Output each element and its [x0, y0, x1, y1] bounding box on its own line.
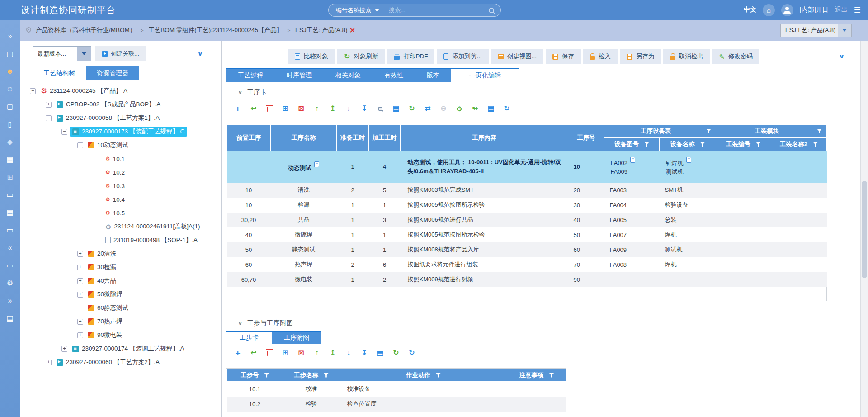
- apps-icon[interactable]: ⊞: [5, 174, 14, 181]
- col-header[interactable]: 设备名称: [660, 138, 716, 151]
- detail-card-icon[interactable]: [314, 161, 319, 167]
- table-row[interactable]: 10清洗 25 按照KM003规范完成SMT20 FA003SMT机: [227, 183, 827, 198]
- panel-collapse-chevron[interactable]: ∨: [198, 50, 203, 57]
- tab-process[interactable]: 工艺过程: [226, 69, 275, 82]
- team-icon[interactable]: ☻: [5, 68, 14, 75]
- col-header[interactable]: 工序名称: [271, 125, 337, 151]
- tree-item[interactable]: 90微电装: [20, 328, 221, 342]
- expand-toggle[interactable]: [46, 102, 52, 108]
- move-up-icon[interactable]: ↑: [312, 104, 321, 113]
- print-pdf-button[interactable]: 打印PDF: [387, 49, 434, 64]
- col-header[interactable]: 工装编号: [716, 138, 771, 151]
- table-row[interactable]: 40微隙焊 11 按照KM005规范按图所示检验50 FA007焊机: [227, 227, 827, 242]
- col-header[interactable]: 作业动作: [340, 369, 507, 382]
- col-header[interactable]: 加工工时: [369, 125, 401, 151]
- tree-item[interactable]: ⚙231124-00002461911[盖板]A(1): [20, 220, 221, 233]
- tab-validity[interactable]: 有效性: [373, 69, 415, 82]
- filter-icon[interactable]: [813, 142, 818, 147]
- box-icon[interactable]: ▢: [5, 103, 14, 110]
- table-row[interactable]: 60,70微电装 12 按照KM009规范进行射频90: [227, 272, 827, 287]
- tree-item[interactable]: 30检漏: [20, 261, 221, 274]
- tree-item[interactable]: 230927-0000058 【工艺方案1】.A: [20, 111, 221, 125]
- delete-icon[interactable]: [265, 104, 274, 113]
- preview-icon[interactable]: [376, 104, 385, 113]
- tab-process-figure[interactable]: 工序附图: [272, 332, 321, 344]
- tab-timing[interactable]: 时序管理: [275, 69, 324, 82]
- tab-one-page-edit[interactable]: 一页化编辑: [451, 69, 519, 82]
- filter-icon[interactable]: [756, 142, 761, 147]
- col-header[interactable]: 工步号: [227, 369, 283, 382]
- move-last-icon[interactable]: ↧: [360, 348, 369, 357]
- dropdown-arrow-button[interactable]: [77, 47, 91, 61]
- tree-item[interactable]: ⚙231124-0000245 【产品】 A: [20, 84, 221, 98]
- move-first-icon[interactable]: ↥: [328, 348, 337, 357]
- filter-icon[interactable]: [644, 142, 649, 147]
- more-icon[interactable]: »: [5, 297, 14, 304]
- move-down-icon[interactable]: ↓: [344, 348, 353, 357]
- move-up-icon[interactable]: ↑: [312, 348, 321, 357]
- refresh-icon[interactable]: ↻: [392, 348, 401, 357]
- tree-item[interactable]: CPBOP-002 【S成品产品BOP】.A: [20, 98, 221, 111]
- insert-card-icon[interactable]: ⊞: [281, 104, 290, 113]
- collapse-toggle[interactable]: [30, 88, 36, 94]
- tree-item[interactable]: 10动态测试: [20, 138, 221, 152]
- expand-toggle[interactable]: [61, 346, 67, 352]
- search-input[interactable]: [385, 4, 489, 16]
- save-button[interactable]: 保存: [546, 49, 581, 64]
- tab-step-card[interactable]: 工步卡: [226, 332, 272, 344]
- import-icon[interactable]: ↩: [249, 104, 258, 113]
- exchange-icon[interactable]: ⇄: [423, 104, 432, 113]
- tree-item[interactable]: ⚙10.1: [20, 152, 221, 166]
- collapse-toggle[interactable]: [61, 129, 67, 135]
- tree-item[interactable]: 20清洗: [20, 247, 221, 261]
- report-icon[interactable]: ▤: [5, 315, 14, 322]
- col-header[interactable]: 准备工时: [337, 125, 369, 151]
- create-link-button[interactable]: 创建关联...: [95, 46, 146, 61]
- vertical-scrollbar[interactable]: [860, 41, 868, 417]
- table-row-selected[interactable]: 动态测试 1 4 动态测试，使用工具： 10-0011 : UV固化单元-通用-…: [227, 151, 827, 183]
- monitor-icon[interactable]: ▭: [5, 191, 14, 199]
- breadcrumb-item[interactable]: ESJ工艺: 产品(A.8): [283, 26, 348, 34]
- move-last-icon[interactable]: ↧: [360, 104, 369, 113]
- add-to-clipboard-button[interactable]: 添加到剪...: [437, 49, 488, 64]
- tree-item-selected[interactable]: 230927-0000173 【装配工艺规程】.C: [20, 125, 221, 138]
- remove-card-icon[interactable]: ⊠: [297, 348, 306, 357]
- add-row-icon[interactable]: +: [233, 348, 242, 357]
- col-header[interactable]: 工装名称2: [771, 138, 827, 151]
- expand-toggle[interactable]: [77, 278, 83, 284]
- tablet-icon[interactable]: ▯: [5, 121, 14, 128]
- tree-item[interactable]: ⚙10.5: [20, 206, 221, 220]
- tree-item[interactable]: 231019-0000498 【SOP-1】.A: [20, 233, 221, 247]
- file-icon[interactable]: ▤: [5, 209, 14, 216]
- detail-card-icon[interactable]: [630, 157, 635, 163]
- table-row[interactable]: 50静态测试 11 按照KM008规范将产品入库60 FA009测试机: [227, 242, 827, 257]
- language-toggle[interactable]: 中文: [744, 6, 756, 14]
- refresh-doc-icon[interactable]: ▤: [392, 104, 401, 113]
- tree-item[interactable]: ⚙10.3: [20, 179, 221, 193]
- version-selector[interactable]: ESJ工艺: 产品(A.8): [780, 24, 852, 37]
- breadcrumb-item[interactable]: 产品资料库（高科电子行业/MBOM）: [36, 26, 136, 34]
- add-row-icon[interactable]: +: [233, 104, 242, 113]
- settings-gear-icon[interactable]: ⚙: [5, 280, 14, 287]
- tree-item[interactable]: ⚙10.4: [20, 193, 221, 206]
- save-as-button[interactable]: 另存为: [620, 49, 661, 64]
- compare-object-button[interactable]: 比较对象: [288, 49, 335, 64]
- collapse-toggle[interactable]: [46, 115, 52, 121]
- filter-icon[interactable]: [549, 373, 554, 378]
- col-header[interactable]: 前置工序: [227, 125, 271, 151]
- loop-refresh-icon[interactable]: ↻: [407, 348, 416, 357]
- search-type-dropdown[interactable]: 编号名称搜索: [329, 4, 385, 16]
- tab-resource-manager[interactable]: 资源管理器: [86, 66, 139, 80]
- collapse-icon[interactable]: «: [5, 244, 14, 251]
- refresh-icon[interactable]: ↻: [407, 104, 416, 113]
- toolbar-collapse-chevron[interactable]: ∨: [839, 53, 844, 60]
- step-section-header[interactable]: ∨ 工步与工序附图: [238, 319, 293, 327]
- close-icon[interactable]: ✕: [349, 27, 356, 34]
- cancel-checkout-button[interactable]: 取消检出: [663, 49, 710, 64]
- check-in-button[interactable]: 检入: [583, 49, 618, 64]
- process-card-section-header[interactable]: ∨ 工序卡: [238, 88, 267, 96]
- col-header[interactable]: 工序内容: [401, 125, 568, 151]
- version-selector-arrow[interactable]: [838, 24, 851, 37]
- menu-icon[interactable]: ☰: [854, 5, 861, 15]
- table-row[interactable]: 60热声焊 26 按图纸要求将元件进行组装70 FA008焊机: [227, 257, 827, 272]
